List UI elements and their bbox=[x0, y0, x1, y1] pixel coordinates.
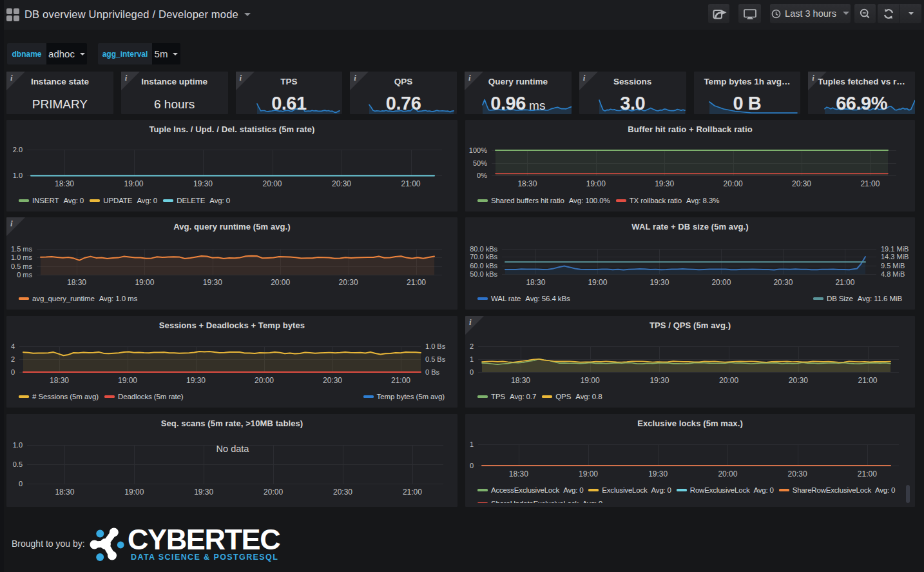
svg-text:21:00: 21:00 bbox=[403, 488, 422, 497]
svg-text:19:00: 19:00 bbox=[124, 179, 143, 188]
svg-text:20:00: 20:00 bbox=[711, 278, 731, 287]
svg-text:20:00: 20:00 bbox=[264, 488, 283, 497]
svg-text:2.0: 2.0 bbox=[13, 146, 23, 153]
svg-text:0: 0 bbox=[11, 368, 15, 376]
svg-text:18:30: 18:30 bbox=[517, 179, 537, 188]
svg-text:19:00: 19:00 bbox=[586, 179, 606, 188]
svg-text:21:00: 21:00 bbox=[391, 376, 410, 385]
svg-text:19:30: 19:30 bbox=[650, 376, 669, 385]
svg-text:0 Bs: 0 Bs bbox=[425, 368, 440, 376]
svg-text:50.0 kBs: 50.0 kBs bbox=[470, 270, 497, 278]
svg-text:20:30: 20:30 bbox=[323, 376, 342, 385]
svg-text:1.0 ms: 1.0 ms bbox=[11, 253, 33, 261]
svg-text:19:30: 19:30 bbox=[203, 278, 222, 287]
svg-text:20:00: 20:00 bbox=[271, 278, 290, 287]
svg-text:19:30: 19:30 bbox=[650, 278, 669, 287]
svg-text:20:30: 20:30 bbox=[773, 278, 793, 287]
svg-text:20:00: 20:00 bbox=[719, 376, 738, 385]
svg-text:100%: 100% bbox=[469, 146, 487, 154]
svg-text:50%: 50% bbox=[473, 159, 487, 167]
svg-text:0 ms: 0 ms bbox=[17, 271, 32, 279]
svg-text:20:00: 20:00 bbox=[255, 376, 274, 385]
svg-text:19:30: 19:30 bbox=[193, 179, 213, 188]
svg-text:0: 0 bbox=[19, 480, 23, 488]
svg-text:9.5 MiB: 9.5 MiB bbox=[881, 262, 905, 270]
svg-text:19:00: 19:00 bbox=[135, 278, 154, 287]
svg-text:1.0 Bs: 1.0 Bs bbox=[425, 342, 446, 350]
svg-text:19:00: 19:00 bbox=[118, 376, 137, 385]
svg-text:21:00: 21:00 bbox=[835, 278, 854, 287]
svg-text:20:30: 20:30 bbox=[789, 376, 808, 385]
svg-text:0.5 Bs: 0.5 Bs bbox=[425, 355, 446, 363]
svg-text:2: 2 bbox=[11, 355, 15, 363]
svg-text:21:00: 21:00 bbox=[860, 179, 880, 188]
svg-text:14.3 MiB: 14.3 MiB bbox=[881, 253, 909, 261]
svg-text:21:00: 21:00 bbox=[858, 376, 877, 385]
svg-text:No data: No data bbox=[217, 444, 250, 454]
svg-text:18:30: 18:30 bbox=[55, 179, 74, 188]
svg-text:4.8 MiB: 4.8 MiB bbox=[881, 270, 905, 278]
svg-text:0.5 ms: 0.5 ms bbox=[11, 262, 33, 270]
svg-text:1: 1 bbox=[470, 355, 474, 363]
svg-text:20:30: 20:30 bbox=[332, 179, 351, 188]
svg-text:60.0 kBs: 60.0 kBs bbox=[470, 262, 497, 270]
svg-text:20:30: 20:30 bbox=[792, 179, 811, 188]
svg-text:19:00: 19:00 bbox=[581, 376, 600, 385]
svg-text:1.5 ms: 1.5 ms bbox=[11, 245, 33, 253]
svg-text:4: 4 bbox=[11, 342, 15, 350]
svg-text:19:30: 19:30 bbox=[186, 376, 206, 385]
svg-text:18:30: 18:30 bbox=[55, 488, 74, 497]
svg-text:21:00: 21:00 bbox=[407, 278, 426, 287]
svg-text:20:00: 20:00 bbox=[724, 179, 743, 188]
svg-text:20:00: 20:00 bbox=[262, 179, 282, 188]
svg-text:18:30: 18:30 bbox=[526, 278, 545, 287]
svg-text:18:30: 18:30 bbox=[50, 376, 69, 385]
svg-text:70.0 kBs: 70.0 kBs bbox=[470, 253, 497, 261]
svg-text:1.0: 1.0 bbox=[13, 172, 23, 179]
svg-text:19:00: 19:00 bbox=[588, 278, 607, 287]
svg-text:80.0 kBs: 80.0 kBs bbox=[470, 245, 497, 253]
svg-text:2: 2 bbox=[470, 342, 474, 350]
svg-text:0.5: 0.5 bbox=[13, 460, 23, 468]
svg-text:19:30: 19:30 bbox=[655, 179, 674, 188]
svg-text:18:30: 18:30 bbox=[511, 376, 530, 385]
svg-text:20:30: 20:30 bbox=[333, 488, 352, 497]
svg-text:0%: 0% bbox=[477, 172, 487, 179]
svg-text:21:00: 21:00 bbox=[401, 179, 420, 188]
svg-text:20:30: 20:30 bbox=[339, 278, 358, 287]
svg-text:1.0: 1.0 bbox=[13, 441, 23, 449]
svg-text:0: 0 bbox=[470, 368, 474, 376]
svg-text:18:30: 18:30 bbox=[67, 278, 86, 287]
svg-text:19.1 MiB: 19.1 MiB bbox=[881, 245, 909, 253]
svg-text:19:00: 19:00 bbox=[124, 488, 144, 497]
svg-text:19:30: 19:30 bbox=[194, 488, 213, 497]
